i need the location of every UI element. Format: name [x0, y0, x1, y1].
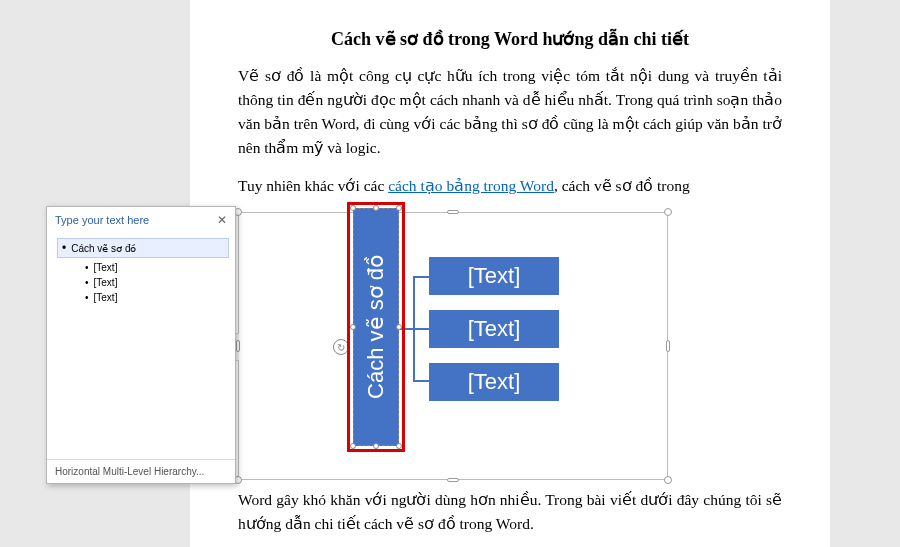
textpane-header[interactable]: Type your text here ✕	[47, 207, 235, 234]
smartart-child-shape[interactable]: [Text]	[429, 363, 559, 401]
p2-post: , cách vẽ sơ đồ trong	[554, 177, 690, 194]
smartart-main-text[interactable]: Cách vẽ sơ đồ	[363, 255, 389, 399]
resize-handle[interactable]	[666, 340, 670, 352]
textpane-body[interactable]: Cách vẽ sơ đồ [Text] [Text] [Text]	[47, 234, 235, 459]
textpane-item-child[interactable]: [Text]	[57, 275, 229, 290]
shape-handle[interactable]	[396, 443, 402, 449]
smartart-child-shape[interactable]: [Text]	[429, 310, 559, 348]
connector	[413, 276, 429, 278]
shape-handle[interactable]	[350, 443, 356, 449]
paragraph-2: Tuy nhiên khác với các cách tạo bảng tro…	[238, 174, 782, 198]
textpane-item-child[interactable]: [Text]	[57, 290, 229, 305]
textpane-item-root[interactable]: Cách vẽ sơ đồ	[57, 238, 229, 258]
resize-handle[interactable]	[447, 210, 459, 214]
shape-handle[interactable]	[373, 443, 379, 449]
rotate-handle-icon[interactable]: ↻	[333, 339, 349, 355]
inline-link[interactable]: cách tạo bảng trong Word	[388, 177, 554, 194]
textpane-footer[interactable]: Horizontal Multi-Level Hierarchy...	[47, 459, 235, 483]
resize-handle[interactable]	[664, 208, 672, 216]
connector	[413, 380, 429, 382]
smartart-main-shape[interactable]: Cách vẽ sơ đồ	[353, 208, 399, 446]
smartart-frame[interactable]: ‹ ↻ Cách vẽ sơ đồ [Text]	[238, 212, 668, 480]
resize-handle[interactable]	[664, 476, 672, 484]
connector	[413, 328, 429, 330]
document-page: Cách vẽ sơ đồ trong Word hướng dẫn chi t…	[190, 0, 830, 547]
textpane-title: Type your text here	[55, 214, 149, 226]
doc-title: Cách vẽ sơ đồ trong Word hướng dẫn chi t…	[238, 28, 782, 50]
shape-handle[interactable]	[396, 205, 402, 211]
paragraph-1: Vẽ sơ đồ là một công cụ cực hữu ích tron…	[238, 64, 782, 160]
shape-handle[interactable]	[350, 324, 356, 330]
close-icon[interactable]: ✕	[217, 213, 227, 227]
paragraph-3: Word gây khó khăn với người dùng hơn nhi…	[238, 488, 782, 536]
resize-handle[interactable]	[236, 340, 240, 352]
p2-pre: Tuy nhiên khác với các	[238, 177, 388, 194]
shape-handle[interactable]	[350, 205, 356, 211]
textpane-item-child[interactable]: [Text]	[57, 260, 229, 275]
smartart-text-pane[interactable]: Type your text here ✕ Cách vẽ sơ đồ [Tex…	[46, 206, 236, 484]
smartart-child-shape[interactable]: [Text]	[429, 257, 559, 295]
resize-handle[interactable]	[447, 478, 459, 482]
shape-handle[interactable]	[373, 205, 379, 211]
